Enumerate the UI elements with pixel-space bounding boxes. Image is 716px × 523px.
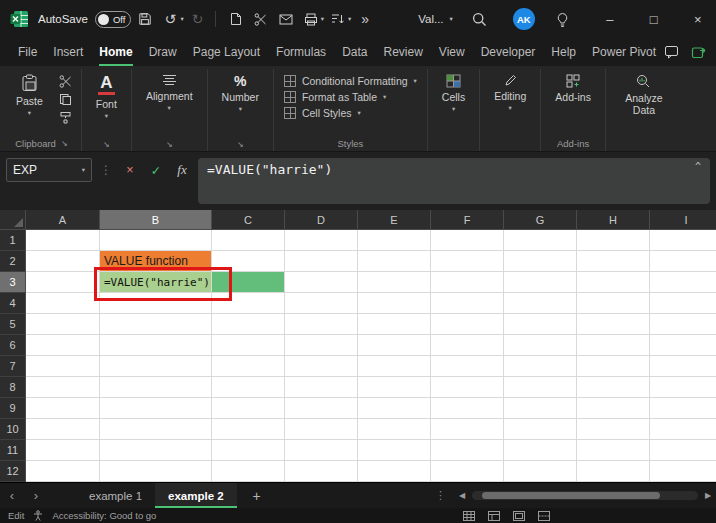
- row-header-1[interactable]: 1: [0, 230, 26, 251]
- cell-B3[interactable]: =VALUE("harrie"): [100, 272, 212, 293]
- scroll-right-icon[interactable]: ▶: [700, 491, 716, 500]
- cell-A6[interactable]: [26, 335, 100, 356]
- sheet-grid-icon[interactable]: [463, 511, 475, 521]
- column-header-G[interactable]: G: [504, 210, 577, 230]
- row-header-12[interactable]: 12: [0, 461, 26, 482]
- alignment-menu-button[interactable]: Alignment ▾: [138, 71, 201, 115]
- cell-F10[interactable]: [431, 419, 504, 440]
- cell-I9[interactable]: [650, 398, 716, 419]
- cell-E2[interactable]: [358, 251, 431, 272]
- avatar[interactable]: AK: [513, 8, 535, 30]
- cell-D4[interactable]: [285, 293, 358, 314]
- cell-B9[interactable]: [100, 398, 212, 419]
- cell-I7[interactable]: [650, 356, 716, 377]
- confirm-entry-icon[interactable]: ✓: [146, 158, 166, 182]
- cell-F7[interactable]: [431, 356, 504, 377]
- cell-D3[interactable]: [285, 272, 358, 293]
- cell-A4[interactable]: [26, 293, 100, 314]
- cell-H2[interactable]: [577, 251, 650, 272]
- row-header-4[interactable]: 4: [0, 293, 26, 314]
- cell-A11[interactable]: [26, 440, 100, 461]
- cell-C8[interactable]: [212, 377, 285, 398]
- cell-H6[interactable]: [577, 335, 650, 356]
- cell-F11[interactable]: [431, 440, 504, 461]
- cut-icon[interactable]: [57, 75, 75, 88]
- cell-F4[interactable]: [431, 293, 504, 314]
- undo-chevron-icon[interactable]: ▾: [180, 15, 183, 23]
- cell-B6[interactable]: [100, 335, 212, 356]
- tab-options-icon[interactable]: ⋮: [435, 489, 446, 502]
- cell-D12[interactable]: [285, 461, 358, 482]
- cell-A2[interactable]: [26, 251, 100, 272]
- cell-G6[interactable]: [504, 335, 577, 356]
- cell-C10[interactable]: [212, 419, 285, 440]
- row-header-11[interactable]: 11: [0, 440, 26, 461]
- cell-C2[interactable]: [212, 251, 285, 272]
- addins-button[interactable]: Add-ins: [547, 71, 599, 106]
- menu-tab-draw[interactable]: Draw: [141, 39, 185, 66]
- menu-tab-home[interactable]: Home: [91, 39, 140, 66]
- cell-D2[interactable]: [285, 251, 358, 272]
- column-header-F[interactable]: F: [431, 210, 504, 230]
- format-painter-icon[interactable]: [57, 111, 75, 124]
- cell-G7[interactable]: [504, 356, 577, 377]
- cell-B11[interactable]: [100, 440, 212, 461]
- formula-input[interactable]: =VALUE("harrie") ^: [198, 158, 710, 204]
- cell-F2[interactable]: [431, 251, 504, 272]
- row-header-7[interactable]: 7: [0, 356, 26, 377]
- cell-E6[interactable]: [358, 335, 431, 356]
- editing-menu-button[interactable]: Editing ▾: [486, 71, 534, 115]
- accessibility-status[interactable]: Accessibility: Good to go: [52, 510, 156, 521]
- cell-D7[interactable]: [285, 356, 358, 377]
- alignment-dialog-launcher[interactable]: ↘: [166, 141, 173, 149]
- cell-E1[interactable]: [358, 230, 431, 251]
- cell-D6[interactable]: [285, 335, 358, 356]
- cell-I10[interactable]: [650, 419, 716, 440]
- menu-tab-formulas[interactable]: Formulas: [268, 39, 334, 66]
- cell-I4[interactable]: [650, 293, 716, 314]
- print-chevron-icon[interactable]: ▾: [321, 15, 324, 23]
- cell-I2[interactable]: [650, 251, 716, 272]
- cell-H5[interactable]: [577, 314, 650, 335]
- lightbulb-icon[interactable]: [552, 6, 574, 32]
- cell-C3[interactable]: [212, 272, 285, 293]
- maximize-button[interactable]: □: [632, 0, 676, 38]
- cell-A3[interactable]: [26, 272, 100, 293]
- cell-G10[interactable]: [504, 419, 577, 440]
- menu-tab-data[interactable]: Data: [334, 39, 375, 66]
- email-icon[interactable]: [275, 6, 297, 32]
- cell-C11[interactable]: [212, 440, 285, 461]
- cell-B1[interactable]: [100, 230, 212, 251]
- clipboard-dialog-launcher[interactable]: ↘: [61, 140, 68, 148]
- cell-C9[interactable]: [212, 398, 285, 419]
- cell-G1[interactable]: [504, 230, 577, 251]
- cell-H9[interactable]: [577, 398, 650, 419]
- menu-tab-help[interactable]: Help: [543, 39, 584, 66]
- cell-B10[interactable]: [100, 419, 212, 440]
- minimize-button[interactable]: –: [588, 0, 632, 38]
- cell-H3[interactable]: [577, 272, 650, 293]
- cell-B2[interactable]: VALUE function: [100, 251, 212, 272]
- sort-icon[interactable]: [327, 6, 349, 32]
- style-name-dropdown[interactable]: Val... ▾: [412, 10, 459, 28]
- cell-B12[interactable]: [100, 461, 212, 482]
- cell-G2[interactable]: [504, 251, 577, 272]
- copy-icon[interactable]: [57, 93, 75, 106]
- cell-F6[interactable]: [431, 335, 504, 356]
- row-header-5[interactable]: 5: [0, 314, 26, 335]
- new-document-icon[interactable]: [225, 6, 247, 32]
- row-header-8[interactable]: 8: [0, 377, 26, 398]
- cell-C12[interactable]: [212, 461, 285, 482]
- row-header-10[interactable]: 10: [0, 419, 26, 440]
- cell-B4[interactable]: [100, 293, 212, 314]
- normal-view-icon[interactable]: [488, 511, 500, 521]
- sort-chevron-icon[interactable]: ▾: [348, 15, 351, 23]
- cell-G4[interactable]: [504, 293, 577, 314]
- menu-tab-file[interactable]: File: [10, 39, 45, 66]
- format-as-table-button[interactable]: Format as Table ▾: [284, 91, 386, 103]
- cell-A1[interactable]: [26, 230, 100, 251]
- sheet-tab-example-2[interactable]: example 2: [155, 483, 237, 508]
- cell-A7[interactable]: [26, 356, 100, 377]
- menu-tab-page-layout[interactable]: Page Layout: [185, 39, 268, 66]
- cell-H12[interactable]: [577, 461, 650, 482]
